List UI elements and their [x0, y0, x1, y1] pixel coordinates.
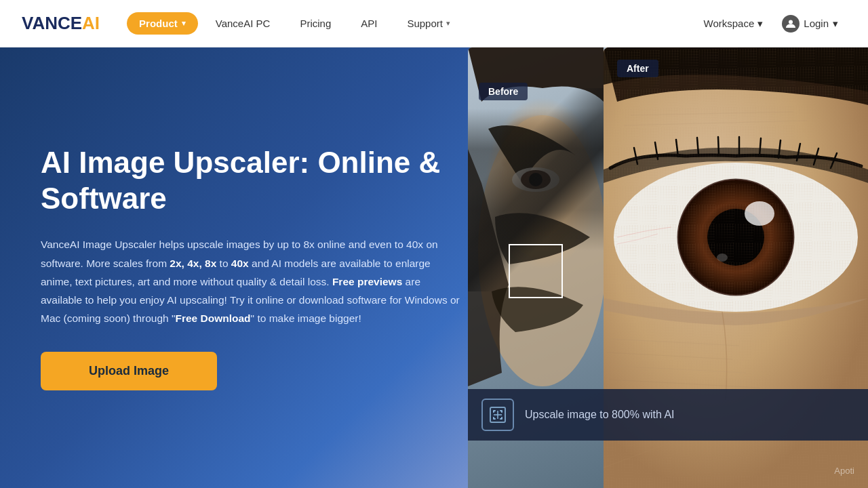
watermark-text: Apoti	[834, 466, 854, 476]
product-label: Product	[139, 18, 178, 29]
logo[interactable]: VANCEAI	[22, 13, 100, 34]
selection-box	[509, 244, 563, 298]
workspace-button[interactable]: Workspace ▾	[696, 12, 772, 35]
product-menu-button[interactable]: Product ▾	[127, 12, 198, 35]
hero-desc-bold4: Free Download	[175, 312, 250, 324]
hero-desc-bold1: 2x, 4x, 8x	[170, 258, 216, 269]
logo-ai: AI	[82, 13, 100, 34]
upscale-label: Upscale image to 800% with AI	[525, 409, 675, 421]
login-chevron-icon: ▾	[833, 18, 838, 30]
vanceai-pc-label: VanceAI PC	[216, 18, 271, 29]
expand-arrows-icon	[488, 405, 507, 424]
hero-title: AI Image Upscaler: Online & Software	[41, 145, 461, 217]
workspace-chevron-icon: ▾	[757, 18, 763, 30]
upscale-expand-icon-box	[481, 399, 514, 431]
pricing-label: Pricing	[300, 18, 331, 29]
upload-image-button[interactable]: Upload Image	[41, 352, 217, 390]
hero-desc-part2: to	[216, 258, 231, 269]
support-chevron-icon: ▾	[446, 19, 450, 28]
before-label: Before	[479, 83, 528, 100]
login-label: Login	[804, 18, 829, 29]
support-menu-link[interactable]: Support ▾	[395, 12, 462, 35]
header: VANCEAI Product ▾ VanceAI PC Pricing API…	[0, 0, 868, 47]
hero-desc-part5: " to make image bigger!	[251, 312, 361, 324]
hero-desc-bold3: Free previews	[332, 276, 402, 287]
after-label: After	[617, 60, 658, 77]
vanceai-pc-link[interactable]: VanceAI PC	[203, 12, 283, 35]
nav-right: Workspace ▾ Login ▾	[696, 9, 846, 38]
hero-section: AI Image Upscaler: Online & Software Van…	[0, 47, 868, 488]
product-chevron-icon: ▾	[182, 19, 186, 28]
support-label: Support	[407, 18, 443, 29]
hero-content: AI Image Upscaler: Online & Software Van…	[41, 145, 461, 390]
main-nav: Product ▾ VanceAI PC Pricing API Support…	[127, 12, 695, 35]
api-label: API	[361, 18, 377, 29]
pricing-link[interactable]: Pricing	[288, 12, 343, 35]
hero-description: VanceAI Image Upscaler helps upscale ima…	[41, 235, 461, 327]
upscale-overlay-bar: Upscale image to 800% with AI	[468, 389, 868, 441]
login-button[interactable]: Login ▾	[774, 9, 846, 38]
logo-vance: VANCE	[22, 13, 82, 34]
hero-desc-bold2: 40x	[231, 258, 249, 269]
svg-point-0	[789, 20, 793, 24]
api-link[interactable]: API	[349, 12, 389, 35]
image-comparison-area: Before	[468, 47, 868, 488]
user-icon	[782, 15, 800, 33]
bottom-watermark: Apoti	[834, 466, 854, 476]
user-circle-icon	[785, 18, 796, 29]
workspace-label: Workspace	[704, 18, 755, 29]
